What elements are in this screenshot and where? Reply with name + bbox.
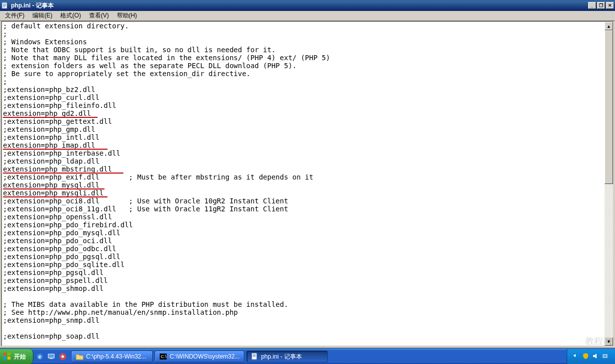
maximize-button[interactable]: ❐ xyxy=(597,2,605,9)
menu-view[interactable]: 查看(V) xyxy=(85,11,113,20)
taskbar-task-1[interactable]: C:\C:\WINDOWS\system32... xyxy=(155,351,244,363)
system-tray[interactable] xyxy=(567,349,615,364)
menu-format[interactable]: 格式(O) xyxy=(56,11,85,20)
svg-rect-7 xyxy=(48,354,54,358)
svg-rect-4 xyxy=(7,357,10,360)
menu-edit[interactable]: 编辑(E) xyxy=(28,11,56,20)
menu-bar: 文件(F) 编辑(E) 格式(O) 查看(V) 帮助(H) xyxy=(0,11,615,21)
ie-icon[interactable]: e xyxy=(35,352,44,361)
scroll-down-button[interactable]: ▼ xyxy=(605,337,613,346)
tray-network-icon[interactable] xyxy=(602,353,610,361)
chrome-icon[interactable] xyxy=(58,352,67,361)
start-label: 开始 xyxy=(14,353,26,361)
vertical-scrollbar[interactable]: ▲ ▼ xyxy=(605,22,613,346)
svg-rect-0 xyxy=(2,2,7,8)
svg-text:C:\: C:\ xyxy=(161,354,167,359)
notepad-icon xyxy=(1,1,9,9)
title-bar: php.ini - 记事本 _ ❐ ✕ xyxy=(0,0,615,11)
task-label: C:\WINDOWS\system32... xyxy=(170,353,240,360)
window-title: php.ini - 记事本 xyxy=(11,1,587,10)
folder-icon xyxy=(76,353,84,361)
scroll-up-button[interactable]: ▲ xyxy=(605,22,613,30)
task-label: php.ini - 记事本 xyxy=(261,353,302,361)
close-button[interactable]: ✕ xyxy=(606,2,614,9)
scroll-thumb[interactable] xyxy=(605,30,613,184)
text-editor[interactable]: ; default extension directory. ; ; Windo… xyxy=(2,22,605,346)
notepad-icon xyxy=(251,353,259,361)
tray-volume-icon[interactable] xyxy=(592,353,600,361)
tray-arrow-icon[interactable] xyxy=(572,353,580,361)
taskbar-task-0[interactable]: C:\php-5.4.43-Win32... xyxy=(71,351,153,363)
scroll-track[interactable] xyxy=(605,30,613,337)
svg-rect-1 xyxy=(3,353,6,356)
svg-rect-8 xyxy=(50,358,53,359)
minimize-button[interactable]: _ xyxy=(588,2,596,9)
svg-point-11 xyxy=(62,356,64,358)
cmd-icon: C:\ xyxy=(159,353,167,361)
quick-launch: e xyxy=(33,352,69,361)
tray-shield-icon[interactable] xyxy=(582,353,590,361)
highlight-underline xyxy=(3,117,98,118)
taskbar-task-2[interactable]: php.ini - 记事本 xyxy=(246,351,328,363)
highlight-underline xyxy=(3,188,104,189)
taskbar: 开始 e C:\php-5.4.43-Win32...C:\C:\WINDOWS… xyxy=(0,349,615,364)
svg-rect-15 xyxy=(603,355,607,358)
task-label: C:\php-5.4.43-Win32... xyxy=(86,353,146,360)
svg-text:e: e xyxy=(38,354,41,360)
menu-help[interactable]: 帮助(H) xyxy=(113,11,141,20)
svg-rect-2 xyxy=(7,353,10,356)
desktop-icon[interactable] xyxy=(47,352,56,361)
client-area: ; default extension directory. ; ; Windo… xyxy=(0,21,615,348)
highlight-underline xyxy=(3,149,107,150)
menu-file[interactable]: 文件(F) xyxy=(1,11,28,20)
highlight-underline xyxy=(3,196,107,197)
svg-rect-3 xyxy=(3,357,6,360)
start-button[interactable]: 开始 xyxy=(0,349,33,364)
windows-flag-icon xyxy=(3,352,12,361)
highlight-underline xyxy=(3,173,123,174)
